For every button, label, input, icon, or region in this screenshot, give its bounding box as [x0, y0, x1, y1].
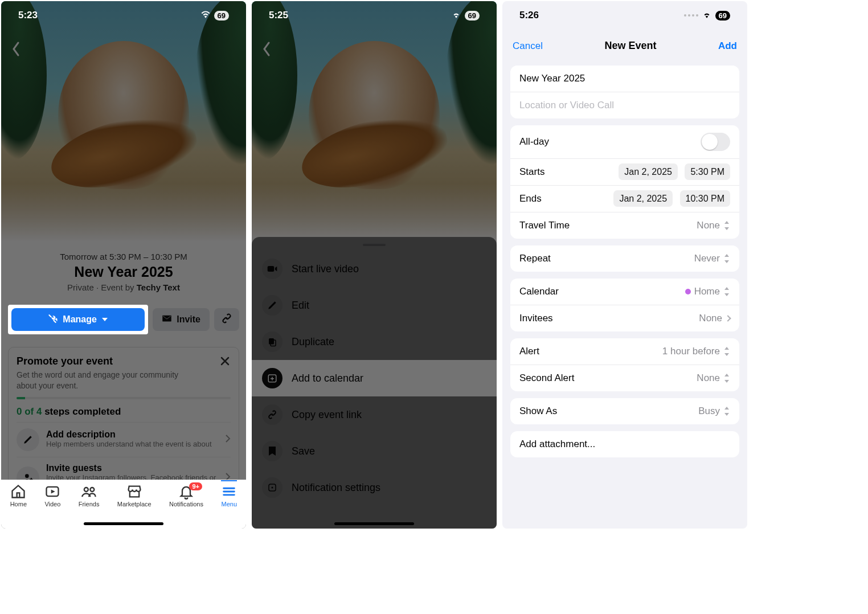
add-attachment-row[interactable]: Add attachment...: [510, 431, 739, 457]
status-bar: 5:23 69: [1, 1, 246, 30]
invite-button[interactable]: Invite: [153, 308, 210, 331]
tab-home[interactable]: Home: [10, 484, 27, 529]
menu-notification-settings[interactable]: Notification settings: [252, 469, 497, 506]
event-cover: [252, 1, 497, 252]
notification-settings-icon: [262, 477, 282, 498]
event-time: Tomorrow at 5:30 PM – 10:30 PM: [11, 252, 236, 261]
updown-icon: [723, 254, 730, 263]
group-showas: Show As Busy: [510, 398, 739, 424]
group-repeat: Repeat Never: [510, 245, 739, 272]
tools-icon: [48, 313, 58, 326]
alert-row[interactable]: Alert 1 hour before: [510, 338, 739, 365]
invitees-row[interactable]: Invitees None: [510, 305, 739, 331]
updown-icon: [723, 221, 730, 230]
starts-date-picker[interactable]: Jan 2, 2025: [619, 163, 678, 180]
tab-label: Video: [44, 501, 60, 507]
alert-value: 1 hour before: [662, 346, 720, 357]
action-row: Manage Invite: [1, 298, 246, 341]
menu-copy-link[interactable]: Copy event link: [252, 396, 497, 433]
alert-label: Alert: [519, 346, 539, 357]
repeat-row[interactable]: Repeat Never: [510, 245, 739, 272]
calendar-color-dot-icon: [685, 289, 691, 294]
battery-icon: 69: [214, 11, 229, 21]
group-calendar-invitees: Calendar Home Invitees None: [510, 279, 739, 331]
location-input[interactable]: [519, 100, 730, 111]
modal-nav: Cancel New Event Add: [502, 30, 747, 59]
menu-label: Save: [292, 445, 315, 457]
group-title-location: [510, 66, 739, 118]
chevron-right-icon: [225, 434, 231, 445]
starts-time-picker[interactable]: 5:30 PM: [685, 163, 730, 180]
back-icon[interactable]: [11, 41, 21, 61]
menu-duplicate[interactable]: Duplicate: [252, 324, 497, 360]
location-field[interactable]: [510, 92, 739, 118]
tab-label: Home: [10, 501, 27, 507]
progress-text: 0 of 4 steps completed: [17, 406, 231, 417]
sheet-grabber[interactable]: [363, 244, 386, 246]
repeat-value: Never: [694, 253, 720, 264]
tab-notifications[interactable]: 9+ Notifications: [169, 484, 203, 529]
menu-add-to-calendar[interactable]: Add to calendar: [252, 360, 497, 396]
invite-label: Invite: [177, 314, 200, 325]
step-title: Invite guests: [46, 463, 218, 473]
all-day-label: All-day: [519, 136, 549, 148]
manage-button[interactable]: Manage: [11, 308, 145, 331]
copy-link-button[interactable]: [214, 308, 239, 331]
menu-start-live-video[interactable]: Start live video: [252, 251, 497, 287]
group-alerts: Alert 1 hour before Second Alert None: [510, 338, 739, 391]
cancel-button[interactable]: Cancel: [513, 40, 543, 52]
home-indicator: [334, 522, 414, 525]
ends-time-picker[interactable]: 10:30 PM: [680, 190, 730, 207]
tab-menu[interactable]: Menu: [221, 484, 237, 529]
manage-menu-sheet: Start live video Edit Duplicate Add to c…: [252, 237, 497, 529]
menu-label: Edit: [292, 300, 309, 312]
close-icon[interactable]: [219, 355, 231, 370]
add-attachment-label: Add attachment...: [519, 439, 595, 450]
ends-label: Ends: [519, 193, 542, 204]
promote-subtitle: Get the word out and engage your communi…: [17, 370, 195, 391]
updown-icon: [723, 407, 730, 416]
status-bar: 5:26 69: [502, 1, 747, 30]
tab-bar: Home Video Friends Marketplace 9+ Notifi…: [1, 480, 246, 529]
svg-point-3: [90, 488, 94, 492]
starts-row: Starts Jan 2, 2025 5:30 PM: [510, 158, 739, 185]
promote-title: Promote your event: [17, 355, 219, 367]
second-alert-row[interactable]: Second Alert None: [510, 365, 739, 391]
step-subtitle: Help members understand what the event i…: [46, 440, 218, 449]
calendar-add-icon: [262, 368, 282, 388]
ends-date-picker[interactable]: Jan 2, 2025: [613, 190, 673, 207]
add-button[interactable]: Add: [718, 40, 737, 52]
invitees-label: Invitees: [519, 313, 553, 324]
tab-video[interactable]: Video: [44, 484, 60, 529]
invitees-value: None: [699, 313, 722, 324]
calendar-row[interactable]: Calendar Home: [510, 279, 739, 305]
menu-edit[interactable]: Edit: [252, 287, 497, 324]
all-day-row[interactable]: All-day: [510, 125, 739, 158]
step-add-description[interactable]: Add description Help members understand …: [17, 422, 231, 457]
updown-icon: [723, 347, 730, 356]
show-as-value: Busy: [698, 406, 720, 417]
travel-time-row[interactable]: Travel Time None: [510, 212, 739, 239]
page-title: New Event: [604, 40, 656, 52]
caret-down-icon: [101, 314, 108, 325]
all-day-toggle[interactable]: [701, 133, 730, 151]
svg-point-9: [272, 487, 273, 489]
back-icon[interactable]: [262, 41, 271, 61]
step-title: Add description: [46, 429, 218, 440]
wifi-icon: [702, 10, 712, 21]
event-title-input[interactable]: [519, 73, 730, 84]
tab-label: Menu: [221, 501, 237, 507]
show-as-row[interactable]: Show As Busy: [510, 398, 739, 424]
video-icon: [262, 259, 282, 279]
starts-label: Starts: [519, 166, 544, 178]
wifi-icon: [451, 10, 461, 21]
event-title-field[interactable]: [510, 66, 739, 92]
menu-label: Copy event link: [292, 409, 362, 421]
notification-badge: 9+: [189, 482, 202, 490]
group-attachment: Add attachment...: [510, 431, 739, 457]
travel-time-value: None: [697, 220, 720, 231]
pencil-icon: [17, 428, 39, 451]
menu-save[interactable]: Save: [252, 433, 497, 469]
screenshot-2: 5:25 69 Tomorrow at 5:30 PM – 10:30 PM N…: [252, 1, 497, 529]
battery-icon: 69: [465, 11, 480, 21]
